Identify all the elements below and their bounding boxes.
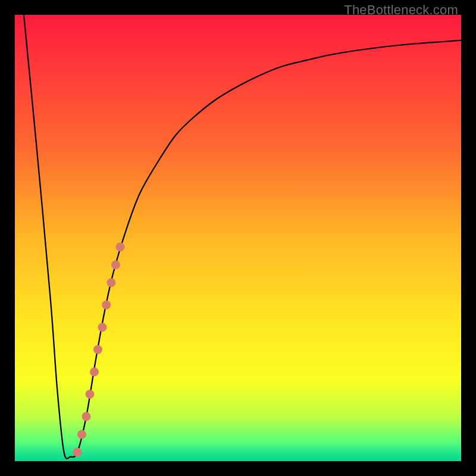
data-marker — [86, 390, 95, 399]
data-marker — [90, 368, 99, 377]
data-marker — [107, 278, 116, 287]
data-marker — [77, 430, 86, 439]
data-marker — [102, 300, 111, 309]
chart-frame: TheBottleneck.com — [0, 0, 476, 476]
data-marker — [82, 412, 91, 421]
data-marker — [98, 323, 107, 332]
data-markers — [73, 243, 125, 457]
data-marker — [111, 261, 120, 270]
data-marker — [116, 243, 125, 252]
data-marker — [73, 448, 82, 457]
curve-layer — [15, 15, 461, 461]
watermark-text: TheBottleneck.com — [344, 2, 458, 18]
plot-area — [15, 15, 461, 461]
data-marker — [93, 345, 102, 354]
